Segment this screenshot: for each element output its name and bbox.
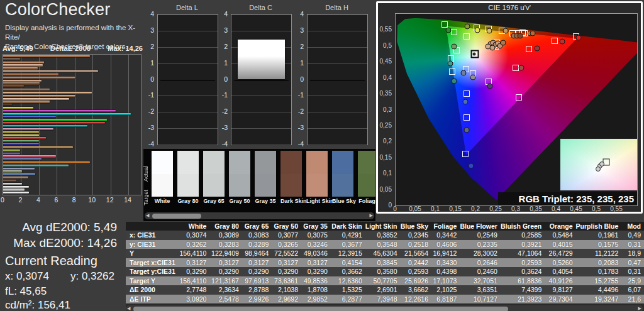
swatch-name: Foliage bbox=[358, 198, 375, 204]
de2000-bar bbox=[3, 113, 131, 115]
delta-gridline bbox=[308, 14, 367, 15]
cie-y-tick-label: 0,5 bbox=[383, 41, 392, 48]
de2000-bar bbox=[3, 80, 42, 82]
cell-value: 0,2335 bbox=[460, 240, 501, 249]
de2000-bar bbox=[3, 116, 56, 118]
scroll-right-icon[interactable]: ▶ bbox=[638, 306, 641, 311]
cell-value: 19,3247 bbox=[576, 295, 622, 304]
scroll-left-icon[interactable]: ◀ bbox=[146, 213, 149, 218]
cell-value: 0,3580 bbox=[365, 267, 401, 276]
cie-y-tick-label: 0,1 bbox=[383, 170, 392, 177]
cie-target-marker bbox=[526, 46, 532, 52]
swatch-target bbox=[203, 174, 225, 197]
current-reading-label: Current Reading bbox=[5, 254, 97, 268]
cell-value: 7,4399 bbox=[501, 285, 545, 295]
bar-chart-header: Avg: 5,49 DeltaE 2000 Max: 14,26 bbox=[3, 45, 143, 54]
delta-chart-plot bbox=[157, 14, 218, 145]
swatch-target bbox=[229, 174, 250, 197]
delta-gridline bbox=[308, 31, 367, 31]
cell-value: 2,5478 bbox=[209, 295, 242, 304]
cell-value: 0,49 bbox=[621, 231, 644, 240]
avg-value: Avg: 5,49 bbox=[3, 45, 33, 52]
cie-x-tick-label: 0,2 bbox=[471, 205, 480, 212]
de2000-bar bbox=[3, 62, 44, 63]
table-row: ΔE 20002,77482,36342,87882,10381,87081,5… bbox=[126, 285, 644, 295]
column-header: Foliage bbox=[431, 222, 460, 231]
cie-target-marker bbox=[516, 94, 522, 101]
column-header: Orange bbox=[545, 222, 575, 231]
row-label: ΔE 2000 bbox=[126, 285, 179, 295]
cie-measurement-marker bbox=[468, 163, 474, 168]
de2000-bar bbox=[3, 188, 25, 190]
bar-axis-tick-label: 14 bbox=[124, 196, 131, 204]
cie-measurement-marker bbox=[518, 65, 524, 71]
cie-title: CIE 1976 u'v' bbox=[378, 4, 641, 11]
swatch-gray-35 bbox=[255, 151, 276, 197]
cie-y-tick-label: 0,25 bbox=[380, 121, 392, 128]
scroll-right-icon[interactable]: ▶ bbox=[370, 213, 373, 218]
delta-gridline bbox=[158, 31, 218, 31]
cell-value: 0,1783 bbox=[576, 267, 622, 276]
cell-value: 0,3290 bbox=[301, 267, 331, 276]
cie-measurement-marker bbox=[451, 44, 457, 50]
cell-value: 98,9464 bbox=[242, 249, 272, 258]
cell-value: 6,8187 bbox=[431, 295, 460, 304]
table-scrollbar[interactable]: ◀ ▶ bbox=[126, 305, 643, 311]
cie-x-tick-label: 0,1 bbox=[431, 205, 440, 212]
swatch-names: WhiteGray 80Gray 65Gray 50Gray 35Dark Sk… bbox=[152, 198, 375, 204]
xy-reading: x: 0,3074y: 0,3262 bbox=[5, 270, 114, 283]
cell-value: 3,6662 bbox=[401, 285, 432, 295]
cie-target-marker bbox=[464, 90, 470, 97]
cie-x-tick-label: 0,4 bbox=[552, 205, 560, 212]
column-header: Gray 50 bbox=[272, 222, 301, 231]
swatch-scrollbar-thumb[interactable] bbox=[152, 214, 201, 219]
cell-value: 28,3002 bbox=[460, 249, 501, 258]
cell-value: 61,8836 bbox=[501, 276, 545, 286]
cie-measurement-marker bbox=[487, 28, 492, 33]
y-tick-label: 2 bbox=[300, 43, 304, 50]
de2000-bar bbox=[3, 122, 105, 124]
swatch-name: Gray 50 bbox=[229, 198, 250, 204]
de2000-bar bbox=[3, 173, 35, 175]
table-row: Y156,4110122,940998,946472,552249,034612… bbox=[126, 249, 644, 258]
column-header: Bluish Green bbox=[501, 222, 545, 231]
y-tick-label: -3 bbox=[222, 124, 228, 131]
colorchecker-window: ColorChecker Display analysis is perform… bbox=[0, 0, 644, 311]
cell-value: 32,7051 bbox=[460, 276, 501, 286]
cell-value: 0,2518 bbox=[401, 240, 432, 249]
bar-axis-tick-label: 6 bbox=[54, 196, 58, 204]
cell-value: 121,3167 bbox=[209, 276, 242, 286]
delta-chart-title: Delta L bbox=[157, 4, 217, 11]
delta-bar bbox=[238, 40, 284, 79]
cie-y-tick-label: 0,2 bbox=[383, 138, 392, 145]
scroll-left-icon[interactable]: ◀ bbox=[127, 306, 130, 311]
cell-value: 0,3089 bbox=[209, 231, 242, 240]
cie-measurement-marker bbox=[559, 38, 565, 44]
y-tick-label: 2 bbox=[224, 43, 228, 50]
cell-value: 2,9926 bbox=[242, 295, 272, 304]
de2000-bar bbox=[3, 77, 75, 79]
description-line1: Display analysis is performed with the X… bbox=[5, 24, 135, 41]
cell-value: 2,8788 bbox=[242, 285, 272, 295]
delta-chart-y-labels: 43210-1-2-3-4 bbox=[218, 14, 229, 144]
de2000-bar bbox=[3, 192, 29, 194]
cie-target-marker bbox=[449, 68, 455, 75]
cie-x-tick-label: 0,05 bbox=[409, 205, 421, 212]
cie-target-marker bbox=[464, 33, 470, 40]
cell-value: 0,2442 bbox=[401, 258, 432, 268]
table-scrollbar-thumb[interactable] bbox=[133, 307, 508, 311]
cell-value: 0,3548 bbox=[365, 240, 401, 249]
cell-value: 16,9412 bbox=[431, 249, 460, 258]
cell-value: 0,2083 bbox=[576, 258, 622, 268]
swatch-gray-50 bbox=[229, 151, 250, 197]
y-tick-label: 4 bbox=[224, 10, 228, 18]
swatch-actual bbox=[152, 151, 173, 174]
column-header: Light Skin bbox=[365, 222, 401, 231]
cie-measurement-marker bbox=[448, 61, 453, 67]
delta-chart-delta-c: Delta C43210-1-2-3-4 bbox=[218, 1, 292, 146]
cell-value: 18,9 bbox=[621, 249, 644, 258]
cell-value: 0,3921 bbox=[501, 240, 545, 249]
swatch-scrollbar[interactable]: ◀ ▶ bbox=[145, 212, 374, 219]
cie-target-marker bbox=[464, 114, 470, 121]
cell-value: 2,3634 bbox=[209, 285, 242, 295]
